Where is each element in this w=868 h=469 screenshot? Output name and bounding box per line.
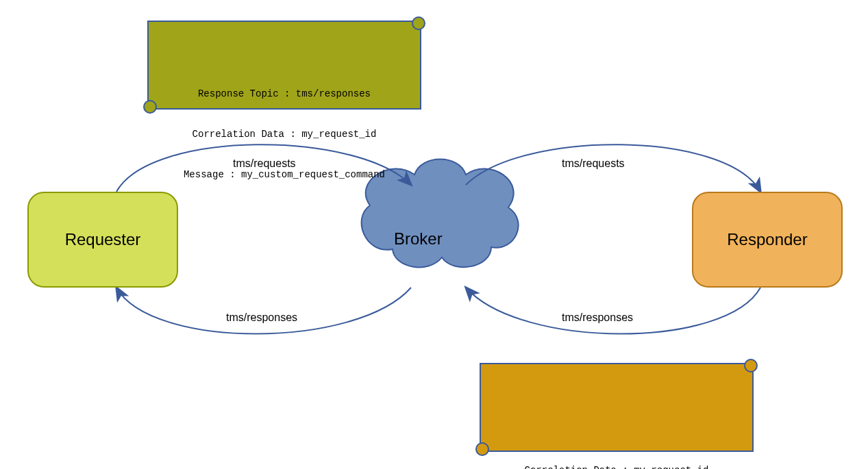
request-note: Response Topic : tms/responses Correlati…: [147, 21, 421, 110]
responder-node: Responder: [692, 192, 843, 288]
arrow-responder-to-broker: [466, 288, 760, 334]
scroll-curl-icon: [475, 442, 489, 456]
arrow-broker-to-requester: [116, 288, 411, 334]
response-note: Correlation Data : my_request_id Message…: [480, 363, 754, 452]
request-note-line3: Message : my_custom_request_command: [165, 168, 404, 182]
scroll-curl-icon: [412, 16, 425, 30]
edge-label-resp-to-broker: tms/responses: [562, 312, 633, 324]
scroll-curl-icon: [744, 359, 758, 372]
request-note-line2: Correlation Data : my_request_id: [165, 128, 404, 142]
broker-label: Broker: [394, 229, 443, 249]
edge-label-broker-to-resp: tms/requests: [562, 157, 625, 170]
responder-label: Responder: [727, 230, 807, 249]
requester-label: Requester: [65, 230, 141, 249]
requester-node: Requester: [27, 192, 178, 288]
request-note-line1: Response Topic : tms/responses: [165, 88, 404, 101]
edge-label-broker-to-req: tms/responses: [226, 312, 297, 324]
diagram-canvas: Requester Broker Responder tms/requests …: [0, 0, 868, 469]
response-note-line1: Correlation Data : my_request_id: [497, 464, 736, 469]
spacer: [497, 430, 736, 437]
scroll-curl-icon: [143, 100, 157, 114]
